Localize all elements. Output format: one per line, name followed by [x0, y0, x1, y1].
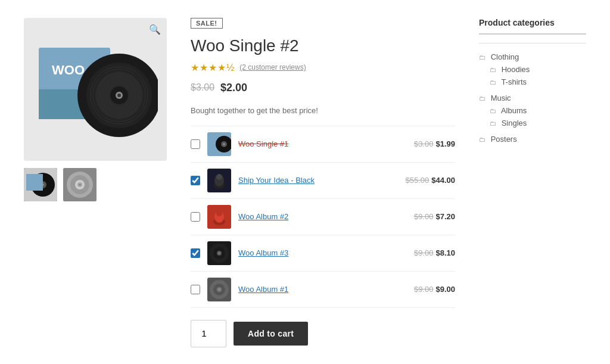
bundle-item: Woo Album #2 $9.00$7.20 [191, 199, 455, 235]
reviews-link[interactable]: (2 customer reviews) [239, 63, 306, 71]
price-row: $3.00 $2.00 [191, 82, 455, 94]
svg-rect-20 [26, 174, 43, 191]
bundle-item-name-3[interactable]: Woo Album #2 [238, 212, 407, 221]
svg-point-44 [218, 252, 220, 254]
bundle-label: Bought together to get the best price! [191, 106, 455, 115]
star-rating: ★★★★½ [191, 62, 235, 73]
cat-item-hoodies: 🗀 Hoodies [479, 63, 586, 76]
cat-link-albums[interactable]: Albums [501, 106, 527, 115]
cat-item-music: 🗀 Music [479, 92, 586, 104]
cat-link-tshirts[interactable]: T-shirts [501, 77, 527, 86]
bundle-thumb-1 [207, 132, 231, 156]
bundle-item-name-2[interactable]: Ship Your Idea - Black [238, 176, 398, 185]
sale-badge: SALE! [191, 18, 223, 29]
svg-point-26 [79, 183, 81, 186]
main-product-image: 🔍 WOO [24, 18, 167, 161]
bundle-thumb-3 [207, 205, 231, 229]
cat-item-tshirts: 🗀 T-shirts [479, 76, 586, 88]
folder-icon: 🗀 [479, 95, 485, 102]
bundle-thumb-2 [207, 169, 231, 192]
category-list: 🗀 Clothing 🗀 Hoodies 🗀 T-shirts 🗀 Music … [479, 51, 586, 145]
product-images: 🔍 WOO [24, 18, 167, 364]
cat-item-albums: 🗀 Albums [479, 104, 586, 117]
bundle-thumb-4 [207, 241, 231, 265]
svg-point-49 [218, 288, 220, 291]
cat-link-hoodies[interactable]: Hoodies [502, 65, 530, 74]
product-detail: SALE! Woo Single #2 ★★★★½ (2 customer re… [191, 18, 455, 364]
rating-row: ★★★★½ (2 customer reviews) [191, 62, 455, 73]
cat-link-singles[interactable]: Singles [502, 119, 527, 127]
svg-point-34 [216, 174, 222, 180]
folder-icon: 🗀 [479, 54, 485, 61]
bundle-checkbox-2[interactable] [191, 176, 200, 185]
cat-link-posters[interactable]: Posters [491, 135, 517, 144]
svg-point-30 [223, 143, 225, 145]
thumbnail-1[interactable] [24, 168, 57, 201]
bundle-checkbox-5[interactable] [191, 285, 200, 294]
original-price: $3.00 [191, 82, 214, 93]
svg-point-8 [117, 94, 121, 97]
bundle-list: Woo Single #1 $3.00$1.99 [191, 126, 455, 308]
bundle-item-name-5[interactable]: Woo Album #1 [238, 285, 407, 294]
quantity-input[interactable]: 1 [191, 320, 226, 347]
folder-icon: 🗀 [490, 120, 496, 127]
folder-icon: 🗀 [490, 107, 496, 114]
sale-price: $2.00 [220, 82, 247, 94]
product-illustration: WOO [33, 30, 158, 149]
sidebar-title: Product categories [479, 18, 586, 35]
cat-link-clothing[interactable]: Clothing [491, 52, 519, 61]
cat-item-posters: 🗀 Posters [479, 133, 586, 145]
add-to-cart-row: 1 Add to cart [191, 320, 455, 347]
bundle-checkbox-3[interactable] [191, 212, 200, 222]
bundle-item: Woo Single #1 $3.00$1.99 [191, 126, 455, 163]
bundle-thumb-5 [207, 278, 231, 301]
bundle-checkbox-1[interactable] [191, 139, 200, 149]
thumbnail-row [24, 168, 167, 201]
bundle-item-name-1[interactable]: Woo Single #1 [238, 139, 407, 148]
product-title: Woo Single #2 [191, 36, 455, 56]
folder-icon: 🗀 [479, 136, 485, 143]
bundle-item-price-1: $3.00$1.99 [414, 139, 455, 148]
zoom-icon[interactable]: 🔍 [149, 24, 161, 35]
bundle-item-price-5: $9.00$9.00 [414, 285, 455, 294]
svg-rect-39 [207, 205, 231, 229]
bundle-checkbox-4[interactable] [191, 248, 200, 258]
bundle-item: Woo Album #3 $9.00$8.10 [191, 235, 455, 272]
cat-item-clothing: 🗀 Clothing [479, 51, 586, 63]
sidebar: Product categories 🗀 Clothing 🗀 Hoodies … [479, 18, 586, 364]
folder-icon: 🗀 [490, 66, 496, 73]
bundle-item-price-2: $55.00$44.00 [405, 176, 455, 185]
bundle-item-price-4: $9.00$8.10 [414, 248, 455, 257]
folder-icon: 🗀 [490, 79, 496, 86]
bundle-item: Ship Your Idea - Black $55.00$44.00 [191, 163, 455, 199]
bundle-item-name-4[interactable]: Woo Album #3 [238, 248, 407, 257]
cat-item-singles: 🗀 Singles [479, 117, 586, 129]
bundle-item: Woo Album #1 $9.00$9.00 [191, 272, 455, 308]
add-to-cart-button[interactable]: Add to cart [234, 322, 308, 346]
cat-link-music[interactable]: Music [491, 94, 511, 102]
thumbnail-2[interactable] [63, 168, 97, 201]
bundle-item-price-3: $9.00$7.20 [414, 212, 455, 221]
svg-text:WOO: WOO [52, 63, 85, 77]
